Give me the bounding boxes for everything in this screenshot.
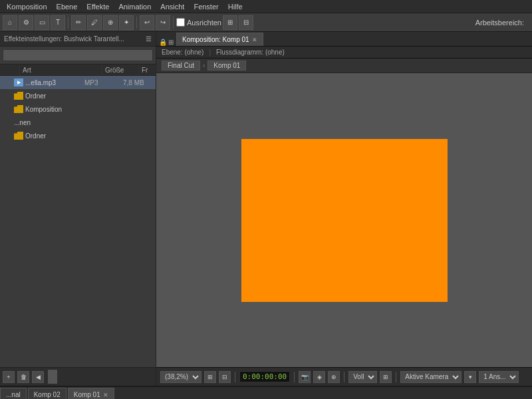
delete-btn[interactable]: 🗑 [17,371,29,383]
timeline-tabs: ...nal Komp 02 Komp 01 ✕ [0,387,532,399]
fluss-label: Flussdiagramm: (ohne) [216,49,285,56]
toolbar-text-btn[interactable]: T [51,15,65,30]
comp-canvas [156,73,532,367]
file-row[interactable]: Ordner [0,129,156,142]
channels-btn[interactable]: ⊞ [380,371,392,383]
file-name: ...nen [14,119,153,126]
left-panel: Effekteinstellungen: Bushwick Tarantell.… [0,32,156,386]
file-name: ...ella.mp3 [25,79,82,86]
file-name: Ordner [25,132,153,140]
toolbar-stamp-btn[interactable]: ⊕ [103,15,118,30]
ans-select[interactable]: 1 Ans... [479,371,519,383]
comp-info-bar: Ebene: (ohne) | Flussdiagramm: (ohne) [156,47,532,59]
menu-komposition[interactable]: Komposition [3,0,51,13]
left-panel-bottom: + 🗑 ◀ [0,367,156,386]
render-btn[interactable]: ⊕ [328,371,340,383]
toolbar-pen-btn[interactable]: ✏ [71,15,86,30]
col-grosse: Größe [102,65,139,75]
toolbar-brush-btn[interactable]: 🖊 [87,15,102,30]
tl-tab-komp02[interactable]: Komp 02 [28,388,66,399]
file-row[interactable]: ▶ ...ella.mp3 MP3 7,8 MB [0,76,156,89]
comp-bottom-bar: (38,2%) ⊞ ⊟ 0:00:00:00 📷 ◈ ⊕ Voll ⊞ Akti… [156,367,532,386]
arbeitsbereich-label: Arbeitsbereich: [475,19,529,27]
col-art: Art [20,65,102,75]
breadcrumb-final-cut[interactable]: Final Cut [162,61,200,70]
menu-ansicht[interactable]: Ansicht [156,0,188,13]
tl-tab-komp01-label: Komp 01 [74,391,100,398]
col-expand [0,65,20,75]
comp-tab-komp01[interactable]: Komposition: Komp 01 ✕ [176,33,263,46]
toolbar-home-btn[interactable]: ⌂ [3,15,17,30]
comp-lock-icon: 🔒 [159,39,167,46]
effects-header: Effekteinstellungen: Bushwick Tarantell.… [0,32,156,47]
ausrichten-checkbox[interactable] [176,18,185,27]
toolbar: ⌂ ⚙ ▭ T ✏ 🖊 ⊕ ✦ ↩ ↪ Ausrichten ⊞ ⊟ Arbei… [0,13,532,32]
file-size: 7,8 MB [123,79,153,86]
grid-btn[interactable]: ⊟ [219,371,231,383]
folder-icon [14,92,23,100]
breadcrumb-sep: › [203,62,205,69]
comp-tab-icons: 🔒 ⊞ [156,39,176,46]
file-row[interactable]: Ordner [0,89,156,102]
color-btn[interactable]: ◈ [313,371,325,383]
orange-solid-layer [241,139,448,302]
bottom-sep2 [294,372,295,382]
comp-breadcrumb: Final Cut › Komp 01 [156,59,532,73]
zoom-select[interactable]: (38,2%) [160,371,201,383]
bottom-sep4 [396,372,396,382]
camera-select[interactable]: Aktive Kamera [400,371,462,383]
menu-effekte[interactable]: Effekte [82,0,113,13]
file-row[interactable]: ...nen [0,116,156,129]
file-type: MP3 [84,79,121,86]
search-bar [0,47,156,64]
bottom-sep3 [344,372,344,382]
breadcrumb-komp01[interactable]: Komp 01 [207,61,246,70]
scroll-indicator [48,370,57,384]
menu-ebene[interactable]: Ebene [53,0,82,13]
timecode-display[interactable]: 0:00:00:00 [239,371,290,382]
mp3-icon: ▶ [14,78,23,86]
tl-tab-close-icon[interactable]: ✕ [103,392,108,398]
toolbar-sep-1 [68,17,68,29]
view-select[interactable]: Voll [348,371,377,383]
menu-bar: Komposition Ebene Effekte Animation Ansi… [0,0,532,13]
tl-tab-nal[interactable]: ...nal [0,388,27,399]
toolbar-snap-btn[interactable]: ⊞ [223,15,237,30]
center-panel: 🔒 ⊞ Komposition: Komp 01 ✕ Ebene: (ohne)… [156,32,532,386]
menu-fenster[interactable]: Fenster [190,0,222,13]
menu-animation[interactable]: Animation [114,0,155,13]
tl-tab-komp01[interactable]: Komp 01 ✕ [68,388,114,399]
folder-icon [14,132,23,140]
toolbar-puppet-btn[interactable]: ✦ [119,15,134,30]
file-list: ▶ ...ella.mp3 MP3 7,8 MB Ordner Komposit… [0,76,156,367]
col-fr: Fr [139,65,156,75]
effects-menu-icon[interactable]: ☰ [146,35,152,43]
comp-tab-label: Komposition: Komp 01 [182,36,249,43]
fit-btn[interactable]: ⊞ [204,371,216,383]
comp-tabs: 🔒 ⊞ Komposition: Komp 01 ✕ [156,32,532,47]
prev-btn[interactable]: ◀ [32,371,44,383]
file-name: Komposition [25,106,153,113]
toolbar-box-btn[interactable]: ▭ [35,15,49,30]
toolbar-sep-3 [173,17,174,29]
camera-btn[interactable]: ▾ [464,371,476,383]
new-item-btn[interactable]: + [3,371,15,383]
toolbar-undo-btn[interactable]: ↩ [140,15,154,30]
toolbar-redo-btn[interactable]: ↪ [156,15,170,30]
effects-title: Effekteinstellungen: Bushwick Tarantell.… [4,35,124,43]
snapshot-btn[interactable]: 📷 [299,371,311,383]
toolbar-ausrichten-check[interactable]: Ausrichten [176,18,221,27]
search-input[interactable] [3,49,153,61]
timeline: ...nal Komp 02 Komp 01 ✕ ⊞ ✦ ⊕ ⊟ ⊠ ◎ ⊗ Q… [0,386,532,399]
file-list-header: Art Größe Fr [0,64,156,76]
comp-tab-close-icon[interactable]: ✕ [252,37,257,43]
komp-icon [14,105,23,113]
info-sep: | [209,49,211,56]
file-row[interactable]: Komposition [0,102,156,116]
comp-snap-icon: ⊞ [168,39,174,46]
toolbar-settings-btn[interactable]: ⚙ [19,15,33,30]
menu-hilfe[interactable]: Hilfe [224,0,247,13]
toolbar-prop-btn[interactable]: ⊟ [239,15,253,30]
main-layout: Effekteinstellungen: Bushwick Tarantell.… [0,32,532,386]
ebene-label: Ebene: (ohne) [162,49,203,56]
